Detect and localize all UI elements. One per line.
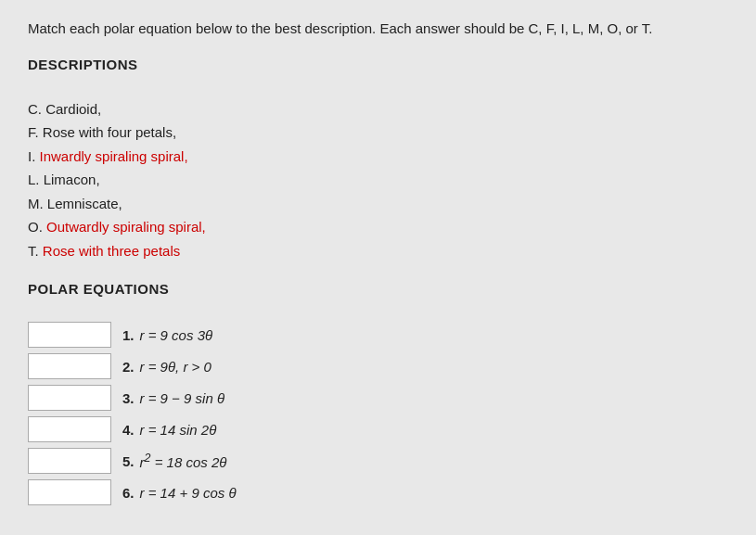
equation-row-2: 2. r = 9θ, r > 0 [28, 353, 728, 379]
desc-label-f: F. [28, 124, 39, 140]
desc-text-m: Lemniscate, [44, 196, 122, 211]
answer-input-1[interactable] [28, 322, 111, 348]
desc-item-o: O. Outwardly spiraling spiral, [28, 215, 728, 239]
desc-label-m: M. [28, 196, 44, 211]
instructions-text: Match each polar equation below to the b… [28, 19, 728, 40]
equation-number-1: 1. [122, 327, 135, 343]
desc-label-o: O. [28, 219, 43, 235]
equation-row-5: 5. r2 = 18 cos 2θ [28, 448, 728, 474]
equations-section: POLAR EQUATIONS 1. r = 9 cos 3θ 2. r = 9… [28, 281, 728, 505]
desc-item-c: C. Cardioid, [28, 97, 728, 121]
equation-text-5: r2 = 18 cos 2θ [140, 452, 227, 470]
desc-text-l: Limacon, [40, 172, 100, 187]
desc-text-t: Rose with three petals [39, 243, 181, 259]
desc-text-i: Inwardly spiraling spiral, [35, 148, 187, 164]
equation-number-5: 5. [122, 453, 135, 469]
descriptions-title: DESCRIPTIONS [28, 57, 728, 72]
answer-input-5[interactable] [28, 448, 111, 474]
desc-text-o: Outwardly spiraling spiral, [43, 219, 206, 235]
equation-row-4: 4. r = 14 sin 2θ [28, 416, 728, 442]
equation-row-3: 3. r = 9 − 9 sin θ [28, 385, 728, 411]
answer-input-6[interactable] [28, 479, 111, 505]
desc-item-i: I. Inwardly spiraling spiral, [28, 145, 728, 169]
desc-label-l: L. [28, 172, 40, 187]
desc-item-t: T. Rose with three petals [28, 239, 728, 263]
equation-text-6: r = 14 + 9 cos θ [140, 485, 237, 501]
desc-label-c: C. [28, 101, 42, 117]
desc-label-t: T. [28, 243, 39, 259]
equation-text-3: r = 9 − 9 sin θ [140, 390, 225, 406]
desc-text-c: Cardioid, [42, 101, 101, 117]
equation-text-2: r = 9θ, r > 0 [140, 359, 211, 375]
descriptions-section: DESCRIPTIONS C. Cardioid, F. Rose with f… [28, 57, 728, 263]
desc-text-f: Rose with four petals, [39, 124, 176, 140]
equations-title: POLAR EQUATIONS [28, 281, 728, 297]
equation-text-1: r = 9 cos 3θ [140, 327, 213, 343]
equation-row-6: 6. r = 14 + 9 cos θ [28, 479, 728, 505]
desc-item-f: F. Rose with four petals, [28, 121, 728, 145]
equation-text-4: r = 14 sin 2θ [140, 422, 217, 438]
equation-number-4: 4. [122, 422, 135, 438]
equation-number-3: 3. [122, 390, 135, 406]
desc-item-l: L. Limacon, [28, 168, 728, 192]
equation-row-1: 1. r = 9 cos 3θ [28, 322, 728, 348]
answer-input-4[interactable] [28, 416, 111, 442]
desc-item-m: M. Lemniscate, [28, 192, 728, 216]
answer-input-2[interactable] [28, 353, 111, 379]
equation-number-2: 2. [122, 359, 135, 375]
equation-number-6: 6. [122, 485, 135, 501]
answer-input-3[interactable] [28, 385, 111, 411]
